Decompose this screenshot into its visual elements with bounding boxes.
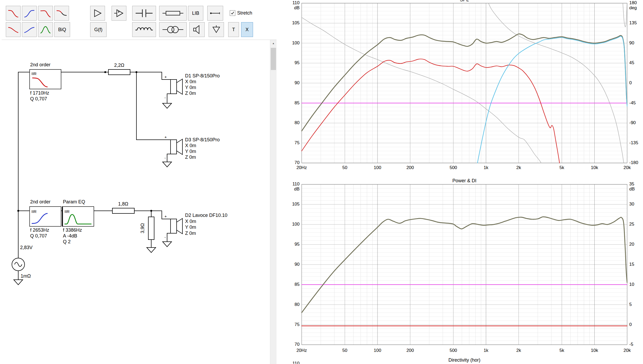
d2-name: D2 Lavoce DF10.10 [185,213,227,218]
svg-text:500: 500 [449,348,457,353]
svg-text:90: 90 [629,40,634,45]
stretch-checkbox[interactable] [230,10,235,16]
svg-text:30: 30 [629,202,634,207]
transfer-function-button-label: G(f) [94,27,103,32]
series-woofer [302,59,562,174]
shelf-curve-icon [56,7,68,19]
inductor-button[interactable] [132,22,156,37]
svg-text:-135: -135 [629,140,638,145]
highpass-1st-curve-icon [23,24,35,36]
opamp-block-button[interactable] [112,6,126,21]
svg-text:70: 70 [295,342,300,347]
svg-text:2k: 2k [516,165,521,170]
d1-cone [177,79,182,94]
filter-peak-eq-button[interactable] [38,22,53,37]
schematic-panel: LIB Stretch [0,0,286,364]
filter-lowpass-var-button[interactable] [38,6,53,21]
svg-text:25: 25 [629,222,634,227]
svg-text:5k: 5k [559,348,564,353]
t-block-button[interactable]: T [228,22,239,37]
filter2-engine: IIR [31,209,36,214]
source-voltage: 2,83V [20,245,33,250]
biquad-button-label: BiQ [58,27,66,32]
source-ground-icon [14,280,23,285]
d3-ground-icon [163,162,172,167]
d1-x: X 0m [185,79,196,84]
svg-text:10k: 10k [591,348,598,353]
filter-lowpass-1st-button[interactable] [6,22,21,37]
resistor-series-1[interactable]: 2,2Ω [108,63,130,75]
filter-highpass-1st-button[interactable] [22,22,37,37]
filter-highpass-2nd-button[interactable] [22,6,37,21]
power-di-chart: 110dB10510095908580757035dB302520151050-… [286,174,643,364]
svg-text:110: 110 [292,0,300,5]
filter2-frequency: f 2653Hz [30,227,49,233]
svg-text:200: 200 [406,165,414,170]
driver-button[interactable] [189,22,205,37]
filter3-engine: IIR [65,209,70,214]
transformer-icon [161,24,185,36]
transfer-function-button[interactable]: G(f) [90,22,107,37]
schematic-svg: 2nd order IIR f 1710Hz Q 0,707 2,2Ω + - [0,40,270,364]
speaker-icon [191,24,203,36]
filter1-engine: IIR [31,71,36,76]
biquad-button[interactable]: BiQ [54,22,70,37]
svg-text:0: 0 [629,80,632,85]
transformer-button[interactable] [159,22,187,37]
svg-text:dB: dB [294,186,300,192]
svg-text:dB: dB [294,5,300,10]
schematic-scrollbar[interactable]: ▲ [270,40,277,364]
wire-button[interactable] [207,6,223,21]
driver-d2[interactable]: + - D2 Lavoce DF10.10 X 0m Y 0m Z 0m [163,213,227,247]
filter3-gain: A -4dB [63,233,77,239]
opamp-icon [113,7,125,19]
filter-lowpass-2nd-button[interactable] [6,6,21,21]
d1-minus: - [164,95,166,100]
wire-icon [209,7,222,19]
filter-shelf-button[interactable] [54,6,69,21]
svg-text:20Hz: 20Hz [296,165,307,170]
svg-text:45: 45 [629,60,634,65]
ground-button[interactable] [209,22,224,37]
svg-text:35: 35 [629,181,634,186]
svg-text:1k: 1k [484,348,488,353]
filter-block-highpass[interactable]: 2nd order IIR f 2653Hz Q 0,707 [30,199,61,239]
svg-text:500: 500 [449,165,457,170]
svg-text:80: 80 [295,302,300,307]
resistor2-value: 1,8Ω [118,201,128,207]
svg-text:20Hz: 20Hz [296,348,307,353]
resistor-button[interactable] [159,6,187,21]
svg-text:20k: 20k [623,165,631,170]
schematic-canvas[interactable]: 2nd order IIR f 1710Hz Q 0,707 2,2Ω + - [0,40,270,364]
driver-d3[interactable]: + - D3 SP-8/150Pro X 0m Y 0m Z 0m [163,135,220,167]
filter2-title: 2nd order [30,199,50,204]
gain-block-button[interactable] [90,6,105,21]
svg-text:135: 135 [629,20,637,25]
peak-eq-curve-icon [39,24,52,36]
filter2-q: Q 0,707 [30,233,47,239]
voltage-source[interactable]: 2,83V 1mΩ [12,245,33,285]
svg-text:15: 15 [629,262,634,267]
svg-text:-90: -90 [629,120,636,125]
capacitor-button[interactable] [132,6,156,21]
d1-y: Y 0m [185,85,196,90]
resistor-shunt[interactable]: 3,9Ω [140,217,156,253]
driver-d1[interactable]: + - D1 SP-8/150Pro X 0m Y 0m Z 0m [163,73,220,108]
library-button[interactable]: LIB [188,6,203,21]
x-block-button[interactable]: X [241,22,253,37]
scrollbar-thumb[interactable] [271,48,276,70]
filter-block-lowpass[interactable]: 2nd order IIR f 1710Hz Q 0,707 [30,62,61,101]
d1-ground-icon [163,103,172,108]
vituixcad-window: LIB Stretch [0,0,643,364]
svg-text:10: 10 [629,282,634,287]
resistor-series-2[interactable]: 1,8Ω [112,201,134,213]
filter1-frequency: f 1710Hz [30,90,49,96]
scroll-up-button[interactable]: ▲ [270,40,277,47]
svg-text:85: 85 [295,282,300,287]
svg-text:-180: -180 [629,160,638,165]
svg-text:100: 100 [292,222,300,227]
svg-text:95: 95 [295,60,300,65]
svg-text:85: 85 [295,100,300,105]
d1-z: Z 0m [185,91,196,96]
filter-block-param-eq[interactable]: Param EQ IIR f 3386Hz A -4dB Q 2 [62,199,94,244]
